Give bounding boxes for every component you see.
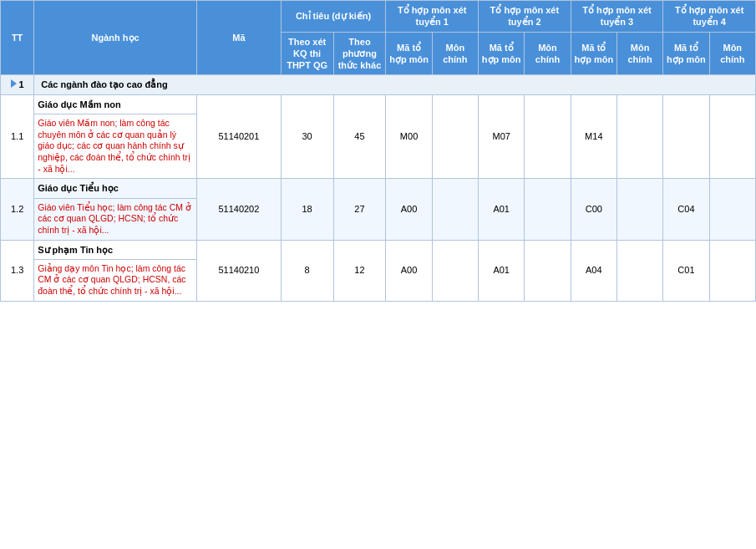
th-chi-tieu: Chỉ tiêu (dự kiến) [281, 1, 386, 33]
th-to-hop-4: Tổ hợp môn xét tuyển 4 [663, 1, 756, 33]
cell-pp-1-3: 12 [333, 240, 386, 301]
cell-th3-ma-1-1: M14 [571, 94, 616, 179]
cell-th2-ma-1-2: A01 [479, 179, 525, 240]
th-to-hop-1: Tổ hợp môn xét tuyển 1 [386, 1, 479, 33]
th-nganh: Ngành học [34, 1, 197, 75]
cell-th4-mon-1-3 [709, 240, 755, 301]
th-ma-to-hop-1: Mã tổ hợp môn [386, 32, 432, 75]
th-theo-pp: Theo phương thức khác [333, 32, 386, 75]
cell-th3-mon-1-1 [616, 94, 662, 179]
cell-th2-mon-1-3 [525, 240, 571, 301]
cell-kq-1-2: 18 [281, 179, 333, 240]
th-mon-chinh-2: Môn chính [525, 32, 571, 75]
cell-ma-1-3: 51140210 [197, 240, 282, 301]
cell-ma-1-1: 51140201 [197, 94, 282, 179]
cell-th4-ma-1-1 [663, 94, 709, 179]
cell-nganh-desc-1-2: Giáo viên Tiểu học; làm công tác CM ở cá… [34, 198, 197, 240]
cell-th2-mon-1-2 [525, 179, 571, 240]
cell-th3-ma-1-3: A04 [571, 240, 616, 301]
cell-th4-mon-1-1 [709, 94, 755, 179]
section-row-1: 1 Các ngành đào tạo cao đẳng [1, 75, 756, 94]
section-tt: 1 [1, 75, 34, 94]
main-table-wrapper: TT Ngành học Mã Chỉ tiêu (dự kiến) Tổ hợ… [0, 0, 756, 302]
th-to-hop-3: Tổ hợp môn xét tuyển 3 [571, 1, 663, 33]
cell-kq-1-3: 8 [281, 240, 333, 301]
cell-nganh-title-1-1: Giáo dục Mầm non [34, 94, 197, 114]
th-mon-chinh-4: Môn chính [709, 32, 755, 75]
cell-th1-ma-1-1: M00 [386, 94, 432, 179]
cell-pp-1-2: 27 [333, 179, 386, 240]
admission-table: TT Ngành học Mã Chỉ tiêu (dự kiến) Tổ hợ… [0, 0, 756, 302]
cell-th1-ma-1-2: A00 [386, 179, 432, 240]
table-row: 1.3 Sư phạm Tin học 51140210 8 12 A00 A0… [1, 240, 756, 259]
table-row: 1.2 Giáo dục Tiểu học 51140202 18 27 A00… [1, 179, 756, 198]
th-theo-kq: Theo xét KQ thi THPT QG [281, 32, 333, 75]
th-mon-chinh-3: Môn chính [616, 32, 662, 75]
header-row-1: TT Ngành học Mã Chỉ tiêu (dự kiến) Tổ hợ… [1, 1, 756, 33]
th-mon-chinh-1: Môn chính [432, 32, 478, 75]
cell-th3-ma-1-2: C00 [571, 179, 616, 240]
th-to-hop-2: Tổ hợp môn xét tuyển 2 [479, 1, 571, 33]
cell-th1-mon-1-2 [432, 179, 478, 240]
cell-th1-ma-1-3: A00 [386, 240, 432, 301]
cell-pp-1-1: 45 [333, 94, 386, 179]
cell-ma-1-2: 51140202 [197, 179, 282, 240]
cell-th4-ma-1-3: C01 [663, 240, 709, 301]
th-ma-to-hop-3: Mã tổ hợp môn [571, 32, 616, 75]
cell-nganh-title-1-2: Giáo dục Tiểu học [34, 179, 197, 198]
th-ma-to-hop-4: Mã tổ hợp môn [663, 32, 709, 75]
cell-th1-mon-1-1 [432, 94, 478, 179]
cell-tt-1-3: 1.3 [1, 240, 34, 301]
cell-th4-ma-1-2: C04 [663, 179, 709, 240]
cell-th1-mon-1-3 [432, 240, 478, 301]
cell-th2-ma-1-1: M07 [479, 94, 525, 179]
cell-nganh-desc-1-3: Giảng dạy môn Tin học; làm công tác CM ở… [34, 259, 197, 301]
cell-th2-ma-1-3: A01 [479, 240, 525, 301]
cell-th3-mon-1-3 [616, 240, 662, 301]
section-label: Các ngành đào tạo cao đẳng [34, 75, 756, 94]
cell-nganh-title-1-3: Sư phạm Tin học [34, 240, 197, 259]
cell-tt-1-1: 1.1 [1, 94, 34, 179]
cell-tt-1-2: 1.2 [1, 179, 34, 240]
cell-th4-mon-1-2 [709, 179, 755, 240]
cell-th2-mon-1-1 [525, 94, 571, 179]
cell-kq-1-1: 30 [281, 94, 333, 179]
th-ma-to-hop-2: Mã tổ hợp môn [479, 32, 525, 75]
cell-nganh-desc-1-1: Giáo viên Mầm non; làm công tác chuyên m… [34, 114, 197, 179]
th-tt: TT [1, 1, 34, 75]
th-ma: Mã [197, 1, 282, 75]
cell-th3-mon-1-2 [616, 179, 662, 240]
table-row: 1.1 Giáo dục Mầm non 51140201 30 45 M00 … [1, 94, 756, 114]
tri-icon [11, 79, 17, 88]
